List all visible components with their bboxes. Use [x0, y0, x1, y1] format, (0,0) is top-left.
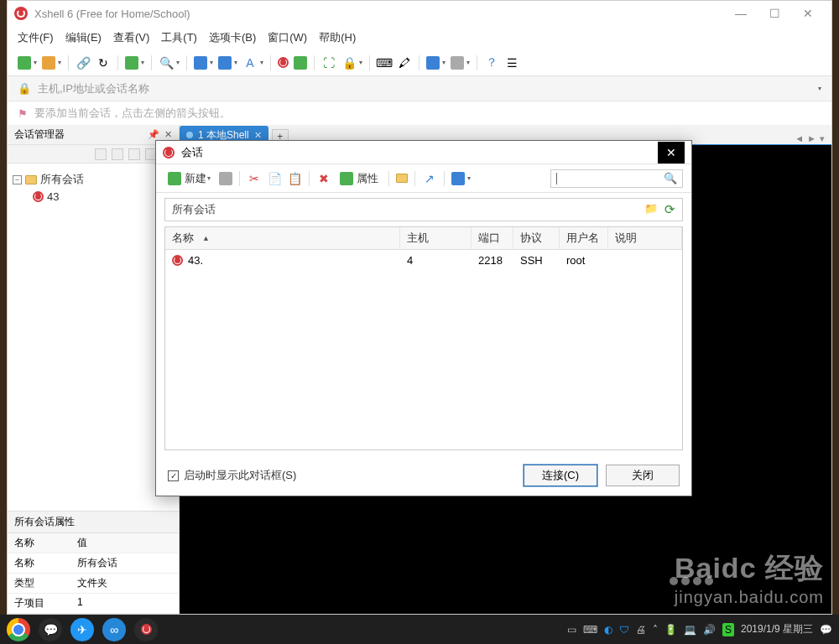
watermark: Baidc 经验 jingyan.baidu.com [675, 549, 824, 607]
col-host[interactable]: 主机 [400, 227, 472, 249]
shortcut-icon[interactable]: ↗ [422, 171, 437, 186]
open-icon[interactable] [42, 56, 55, 70]
font-icon[interactable]: A [242, 55, 258, 70]
cell-user: root [560, 250, 608, 271]
tray-network-icon[interactable]: 💻 [684, 624, 696, 636]
save-icon[interactable] [219, 172, 232, 185]
col-proto[interactable]: 协议 [513, 227, 560, 249]
tray-icon[interactable]: ▭ [567, 624, 576, 636]
copy-icon[interactable]: 📄 [267, 171, 282, 186]
menu-window[interactable]: 窗口(W) [268, 30, 307, 45]
tree-root[interactable]: − 所有会话 [13, 170, 174, 189]
tray-icon[interactable]: 🛡 [619, 624, 629, 636]
new-session-icon[interactable] [18, 56, 31, 70]
baidu-icon[interactable]: ∞ [102, 618, 126, 641]
table-row[interactable]: 43. 4 2218 SSH root [165, 250, 682, 271]
cut-icon[interactable]: ✂ [247, 171, 262, 186]
tray-icon[interactable]: ◐ [604, 624, 612, 636]
addressbar[interactable]: 🔒 主机,IP地址或会话名称 ▾ [8, 76, 831, 101]
col-port[interactable]: 端口 [472, 227, 513, 249]
paste-icon[interactable] [218, 56, 232, 70]
search-icon[interactable]: 🔍 [159, 55, 174, 70]
help-icon[interactable]: ？ [484, 55, 499, 70]
col-desc[interactable]: 说明 [608, 227, 682, 249]
sidebar-tool-icon[interactable] [95, 148, 107, 160]
fullscreen-icon[interactable]: ⛶ [321, 55, 336, 70]
settings-icon[interactable]: ☰ [504, 55, 519, 70]
tray-battery-icon[interactable]: 🔋 [664, 624, 677, 636]
dialog-close-button[interactable]: ✕ [658, 142, 685, 164]
folder-icon [25, 175, 37, 184]
tray-ime-icon[interactable]: S [722, 623, 734, 636]
link-icon[interactable]: 🔗 [76, 55, 91, 70]
cell-name: 43. [188, 254, 203, 267]
address-dropdown-icon[interactable]: ▾ [818, 85, 821, 92]
connect-button[interactable]: 连接(C) [524, 465, 597, 486]
menu-tools[interactable]: 工具(T) [161, 30, 197, 45]
props-val: 文件夹 [70, 574, 179, 594]
tray-clock[interactable]: 2019/1/9 星期三 [741, 623, 813, 635]
addtab-icon[interactable] [426, 56, 440, 70]
close-button[interactable]: ✕ [791, 1, 825, 26]
sidebar-pin-icon[interactable]: 📌 [148, 129, 159, 140]
tray-notifications-icon[interactable]: 💬 [820, 624, 832, 636]
tab-prev-icon[interactable]: ◄ [795, 133, 804, 144]
tray-icon[interactable]: 🖨 [636, 624, 646, 636]
highlight-icon[interactable]: 🖍 [397, 55, 412, 70]
tab-close-icon[interactable]: ✕ [254, 130, 262, 141]
props-key: 类型 [8, 574, 70, 594]
reconnect-icon[interactable]: ↻ [96, 55, 111, 70]
startup-checkbox[interactable]: ✓ 启动时显示此对话框(S) [168, 468, 296, 483]
menu-tabs[interactable]: 选项卡(B) [209, 30, 256, 45]
tree-item[interactable]: 43 [13, 189, 174, 205]
keyboard-icon[interactable]: ⌨ [377, 55, 392, 70]
lock-icon[interactable]: 🔒 [341, 55, 357, 70]
tray-icon[interactable]: ⌨ [583, 624, 597, 636]
paste-icon[interactable]: 📋 [287, 171, 302, 186]
folder-nav-icon[interactable]: 📁 [644, 202, 658, 217]
dialog-search-input[interactable]: 🔍 [550, 169, 683, 188]
taskbar: 💬 ✈ ∞ ▭ ⌨ ◐ 🛡 🖨 ˄ 🔋 💻 🔊 S 2019/1/9 星期三 💬 [0, 615, 839, 644]
path-label: 所有会话 [172, 202, 216, 217]
tray-volume-icon[interactable]: 🔊 [703, 624, 716, 636]
chrome-icon[interactable] [7, 618, 30, 641]
properties-button[interactable]: 属性 [336, 169, 382, 188]
menu-edit[interactable]: 编辑(E) [65, 30, 102, 45]
tab-next-icon[interactable]: ► [807, 133, 816, 144]
tray-chevron-icon[interactable]: ˄ [653, 624, 658, 636]
refresh-icon[interactable]: ⟳ [664, 202, 675, 217]
sidebar-close-icon[interactable]: ✕ [164, 129, 172, 140]
layout-icon[interactable] [451, 56, 464, 70]
sidebar-tool-icon[interactable] [112, 148, 123, 160]
copy-icon[interactable] [194, 56, 207, 70]
app-icon[interactable]: ✈ [70, 618, 94, 641]
new-icon [168, 172, 181, 185]
folder-icon[interactable] [396, 174, 408, 183]
tray-date: 2019/1/9 星期三 [741, 623, 813, 635]
delete-icon[interactable]: ✖ [316, 171, 331, 186]
wechat-icon[interactable]: 💬 [39, 618, 62, 641]
dialog-path[interactable]: 所有会话 📁 ⟳ [164, 198, 683, 221]
sessions-dialog: 会话 ✕ 新建 ▾ ✂ 📄 📋 ✖ 属性 ↗ ▾ 🔍 所有会话 [155, 140, 692, 496]
collapse-icon[interactable]: − [13, 175, 22, 184]
script-icon[interactable] [294, 56, 307, 70]
hint-text: 要添加当前会话，点击左侧的箭头按钮。 [34, 106, 231, 121]
minimize-button[interactable]: — [724, 1, 758, 26]
sidebar-tool-icon[interactable] [128, 148, 140, 160]
transfer-icon[interactable] [125, 56, 138, 70]
swirl-icon[interactable] [278, 57, 289, 68]
menu-file[interactable]: 文件(F) [18, 30, 54, 45]
close-button[interactable]: 关闭 [606, 465, 680, 486]
new-button[interactable]: 新建 ▾ [164, 169, 214, 188]
col-name[interactable]: 名称▲ [165, 227, 400, 249]
tab-status-icon [186, 132, 193, 138]
sessions-table: 名称▲ 主机 端口 协议 用户名 说明 43. 4 2218 SSH root [164, 226, 683, 450]
menu-view[interactable]: 查看(V) [113, 30, 149, 45]
view-icon[interactable] [451, 172, 465, 185]
menu-help[interactable]: 帮助(H) [319, 30, 356, 45]
xshell-icon[interactable] [134, 618, 158, 641]
tree-item-label: 43 [47, 190, 59, 203]
tab-menu-icon[interactable]: ▾ [820, 133, 825, 144]
maximize-button[interactable]: ☐ [758, 1, 791, 26]
col-user[interactable]: 用户名 [560, 227, 608, 249]
